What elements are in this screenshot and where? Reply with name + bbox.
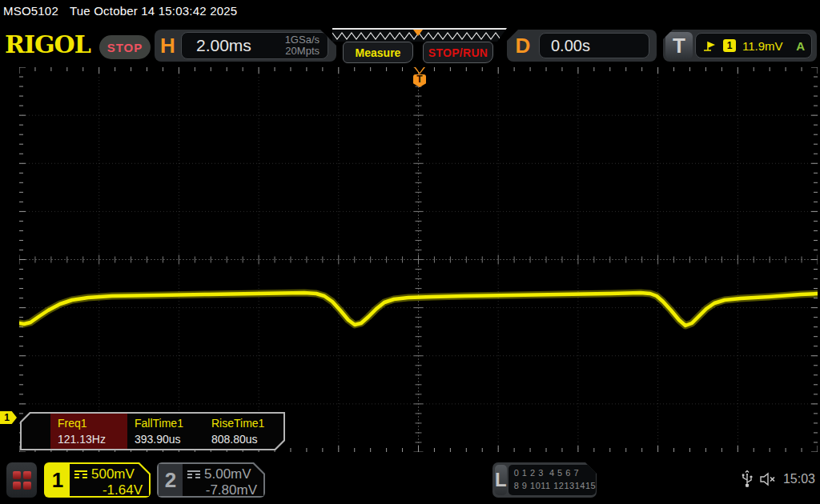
acquisition-info: 1GSa/s 20Mpts: [285, 34, 328, 56]
horizontal-label: H: [155, 34, 181, 58]
measurement-freq1[interactable]: Freq1 121.13Hz: [50, 414, 127, 449]
sound-muted-icon[interactable]: [759, 472, 777, 486]
trigger-position-arrow-icon[interactable]: [414, 67, 425, 74]
measurement-value: 121.13Hz: [58, 433, 127, 446]
timebase-display[interactable]: 2.00ms 1GSa/s 20Mpts: [181, 32, 328, 59]
measurement-name: Freq1: [58, 417, 127, 430]
clock: 15:03: [783, 472, 815, 486]
channel1-ground-marker[interactable]: 1: [0, 411, 17, 424]
dc-coupling-icon: [187, 469, 200, 480]
preview-trigger-position-icon[interactable]: [413, 30, 423, 36]
top-info-bar: MSO5102Tue October 14 15:03:42 2025: [3, 4, 237, 18]
logic-row2: 8 9 1011 12131415: [514, 481, 597, 490]
delay-menu-button[interactable]: D 0.00s: [507, 30, 657, 62]
measurement-results-box[interactable]: Freq1 121.13Hz FallTime1 393.90us RiseTi…: [20, 412, 285, 450]
oscilloscope-screen: MSO5102Tue October 14 15:03:42 2025 RIGO…: [0, 0, 820, 504]
channel2-scale: 5.00mV: [204, 466, 251, 482]
memory-depth: 20Mpts: [285, 45, 320, 57]
logic-row1: 0 1 2 3 4 5 6 7: [514, 468, 579, 478]
measure-button[interactable]: Measure: [343, 42, 413, 63]
measurement-falltime1[interactable]: FallTime1 393.90us: [127, 414, 204, 449]
trigger-label: T: [665, 32, 693, 59]
measurement-spacer: [22, 414, 50, 449]
main-menu-button[interactable]: [6, 462, 37, 498]
waveform-display[interactable]: [19, 67, 818, 452]
menu-grid-icon: [13, 471, 31, 490]
trigger-edge-icon: [702, 39, 717, 52]
horizontal-menu-button[interactable]: H 2.00ms 1GSa/s 20Mpts: [155, 30, 336, 62]
measurement-value: 393.90us: [135, 433, 204, 446]
stop-run-button-label: STOP/RUN: [428, 46, 488, 59]
rigol-logo: RIGOL: [5, 30, 90, 58]
measurement-name: RiseTime1: [211, 417, 281, 430]
delay-display[interactable]: 0.00s: [539, 33, 649, 58]
channel1-button[interactable]: 1 500mV -1.64V: [44, 462, 151, 498]
logic-channels-button[interactable]: L 0 1 2 3 4 5 6 78 9 1011 12131415: [492, 462, 597, 498]
stop-run-button[interactable]: STOP/RUN: [423, 42, 493, 63]
run-state-badge: STOP: [99, 35, 151, 59]
measurement-risetime1[interactable]: RiseTime1 808.80us: [204, 414, 281, 449]
usb-icon[interactable]: [742, 470, 753, 488]
trigger-source-badge: 1: [723, 39, 736, 52]
timebase-value: 2.00ms: [182, 36, 285, 55]
measurement-value: 808.80us: [211, 433, 281, 446]
datetime-label: Tue October 14 15:03:42 2025: [70, 4, 237, 18]
logic-channel-numbers: 0 1 2 3 4 5 6 78 9 1011 12131415: [508, 465, 597, 495]
channel1-number: 1: [46, 464, 70, 496]
channel2-number: 2: [159, 464, 183, 496]
delay-value: 0.00s: [540, 37, 649, 55]
measurement-name: FallTime1: [135, 417, 204, 430]
dc-coupling-icon: [74, 469, 87, 480]
trigger-level-value: 11.9mV: [742, 39, 783, 53]
status-bar: 15:03: [742, 470, 815, 488]
trigger-sweep-mode: A: [796, 39, 805, 53]
trigger-menu-button[interactable]: T 1 11.9mV A: [663, 30, 817, 62]
trigger-position-marker-label: T: [416, 74, 422, 85]
model-name: MSO5102: [3, 4, 58, 18]
trigger-display[interactable]: 1 11.9mV A: [695, 33, 812, 58]
logic-label: L: [495, 465, 507, 495]
measure-button-label: Measure: [356, 46, 401, 59]
channel1-scale: 500mV: [91, 466, 135, 482]
delay-label: D: [507, 34, 539, 58]
channel2-button[interactable]: 2 5.00mV -7.80mV: [157, 462, 265, 498]
channel1-ground-label: 1: [4, 412, 10, 423]
